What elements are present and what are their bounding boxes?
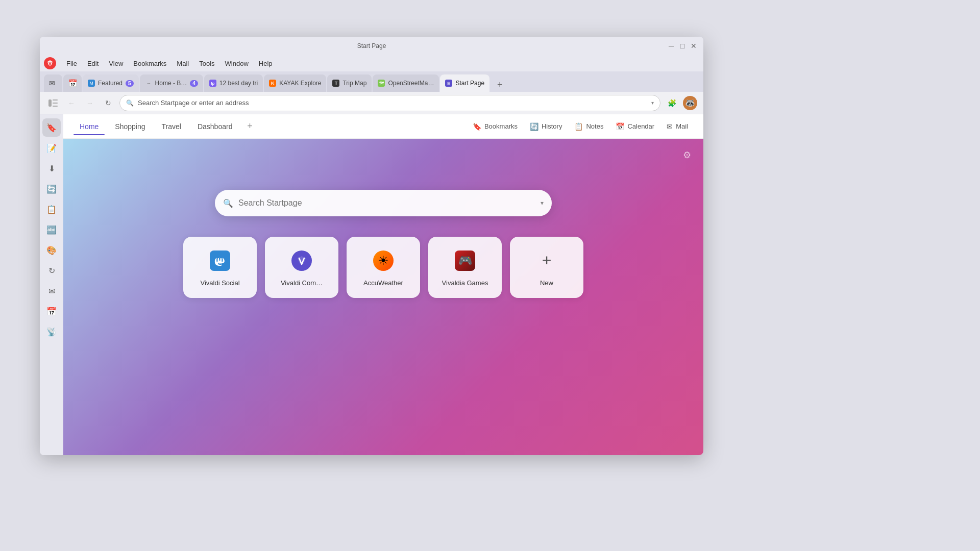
tab-mail[interactable]: ✉: [44, 74, 62, 92]
svg-rect-0: [48, 99, 52, 107]
reload-button[interactable]: ↻: [101, 96, 115, 110]
kayak-tab-label: KAYAK Explore: [279, 80, 321, 87]
title-bar: Start Page ─ □ ✕: [40, 37, 703, 55]
navigation-bar: ← → ↻ 🔍 Search Startpage or enter an add…: [40, 92, 703, 114]
speed-dial-vivaldi-com[interactable]: Vivaldi Com…: [265, 237, 338, 298]
start-page: ⚙ 🔍 ▾: [63, 139, 703, 455]
tab-startpage[interactable]: ⊞ Start Page: [440, 74, 489, 92]
maximize-button[interactable]: □: [679, 42, 686, 49]
tab-osm[interactable]: 🗺 OpenStreetMa…: [373, 74, 439, 92]
speed-dial: Vivaldi Social Vivaldi Com: [183, 237, 583, 298]
sidebar-feed[interactable]: 📡: [42, 322, 61, 341]
ql-calendar[interactable]: 📅 Calendar: [610, 119, 659, 134]
osm-favicon: 🗺: [378, 80, 385, 87]
search-icon: 🔍: [126, 99, 134, 107]
ql-bookmarks[interactable]: 🔖 Bookmarks: [468, 119, 523, 134]
speed-dial-new[interactable]: + New: [510, 237, 583, 298]
svg-rect-2: [53, 103, 58, 104]
tripmap-tab-label: Trip Map: [342, 80, 366, 87]
search-input[interactable]: [238, 198, 535, 208]
sp-nav-home[interactable]: Home: [74, 118, 105, 135]
new-dial-icon: +: [534, 248, 559, 273]
sidebar-themes[interactable]: 🎨: [42, 241, 61, 259]
start-page-settings-button[interactable]: ⚙: [679, 147, 695, 163]
tab-featured[interactable]: M Featured 5: [83, 74, 139, 92]
sidebar-downloads[interactable]: ⬇: [42, 159, 61, 178]
vivaldi-social-icon: [208, 248, 232, 273]
tab-kayak[interactable]: K KAYAK Explore: [264, 74, 326, 92]
sidebar-notes[interactable]: 📝: [42, 139, 61, 157]
ql-notes-label: Notes: [586, 122, 603, 130]
ql-notes[interactable]: 📋 Notes: [569, 119, 608, 134]
history-ql-icon: 🔄: [530, 122, 538, 131]
speed-dial-vivaldia[interactable]: 🎮 Vivaldia Games: [428, 237, 502, 298]
sidebar-bookmarks[interactable]: 🔖: [42, 118, 61, 137]
osm-tab-label: OpenStreetMa…: [388, 80, 434, 87]
sidebar-translate[interactable]: 🔤: [42, 220, 61, 239]
panel-toggle-button[interactable]: [46, 96, 60, 110]
extensions-button[interactable]: 🧩: [665, 96, 679, 110]
ql-history[interactable]: 🔄 History: [525, 119, 567, 134]
tab-home-be[interactable]: ··· Home - B… 4: [140, 74, 203, 92]
sidebar-mail[interactable]: ✉: [42, 282, 61, 300]
new-dial-label: New: [540, 279, 553, 287]
browser-window: Start Page ─ □ ✕ File Edit View Bookmark…: [40, 37, 703, 455]
featured-tab-label: Featured: [98, 80, 122, 87]
menu-edit[interactable]: Edit: [83, 58, 103, 69]
sun-icon: ☀: [373, 251, 394, 271]
menu-bar: File Edit View Bookmarks Mail Tools Wind…: [40, 55, 703, 71]
sidebar-history[interactable]: 🔄: [42, 180, 61, 198]
vivaldi-logo: [44, 57, 56, 69]
calendar-ql-icon: 📅: [616, 122, 624, 131]
sp-nav-dashboard[interactable]: Dashboard: [191, 118, 239, 135]
tab-bar: ✉ 📅 M Featured 5 ··· Home - B… 4 lp 12 b…: [40, 71, 703, 92]
left-sidebar: 🔖 📝 ⬇ 🔄 📋 🔤 🎨 ↻ ✉ 📅 📡: [40, 114, 63, 455]
address-text: Search Startpage or enter an address: [138, 99, 647, 107]
vivaldia-label: Vivaldia Games: [442, 279, 488, 287]
nav-extensions: 🧩 🦝: [665, 96, 697, 110]
ql-mail[interactable]: ✉ Mail: [662, 119, 693, 134]
vivaldia-game-icon: 🎮: [455, 251, 475, 271]
menu-bookmarks[interactable]: Bookmarks: [129, 58, 170, 69]
ql-calendar-label: Calendar: [627, 122, 654, 130]
search-dropdown-icon: ▾: [541, 199, 544, 207]
search-container: 🔍 ▾: [215, 190, 552, 216]
tripmap-favicon: T: [332, 80, 339, 87]
sp-nav-shopping[interactable]: Shopping: [109, 118, 151, 135]
bookmarks-ql-icon: 🔖: [473, 122, 481, 131]
sp-quick-links: 🔖 Bookmarks 🔄 History 📋 Notes 📅 Calendar: [468, 119, 693, 134]
menu-tools[interactable]: Tools: [195, 58, 218, 69]
sidebar-tasks[interactable]: 📋: [42, 200, 61, 218]
menu-mail[interactable]: Mail: [173, 58, 193, 69]
search-box[interactable]: 🔍 ▾: [215, 190, 552, 216]
menu-file[interactable]: File: [62, 58, 81, 69]
speed-dial-accuweather[interactable]: ☀ AccuWeather: [347, 237, 420, 298]
minimize-button[interactable]: ─: [668, 42, 675, 49]
kayak-favicon: K: [269, 80, 276, 87]
new-tab-button[interactable]: +: [493, 78, 507, 92]
back-button[interactable]: ←: [64, 96, 79, 110]
ql-mail-label: Mail: [676, 122, 688, 130]
mastodon-icon: [210, 251, 230, 271]
sidebar-sync[interactable]: ↻: [42, 261, 61, 280]
tab-tripmap[interactable]: T Trip Map: [327, 74, 372, 92]
tab-12best[interactable]: lp 12 best day tri: [204, 74, 263, 92]
ql-bookmarks-label: Bookmarks: [484, 122, 518, 130]
menu-window[interactable]: Window: [221, 58, 253, 69]
close-button[interactable]: ✕: [690, 42, 697, 49]
plus-icon: +: [542, 251, 552, 270]
sp-nav-add-button[interactable]: +: [242, 119, 257, 134]
accuweather-label: AccuWeather: [363, 279, 403, 287]
content-area: Home Shopping Travel Dashboard + 🔖 Bookm…: [63, 114, 703, 455]
speed-dial-vivaldi-social[interactable]: Vivaldi Social: [183, 237, 257, 298]
forward-button[interactable]: →: [83, 96, 97, 110]
menu-view[interactable]: View: [105, 58, 127, 69]
vivaldia-icon: 🎮: [453, 248, 477, 273]
address-bar[interactable]: 🔍 Search Startpage or enter an address ▾: [119, 95, 660, 111]
sp-nav-travel[interactable]: Travel: [156, 118, 187, 135]
search-box-icon: 🔍: [223, 198, 233, 208]
menu-help[interactable]: Help: [255, 58, 277, 69]
tab-calendar[interactable]: 📅: [63, 74, 82, 92]
user-avatar[interactable]: 🦝: [683, 96, 697, 110]
sidebar-calendar[interactable]: 📅: [42, 302, 61, 320]
